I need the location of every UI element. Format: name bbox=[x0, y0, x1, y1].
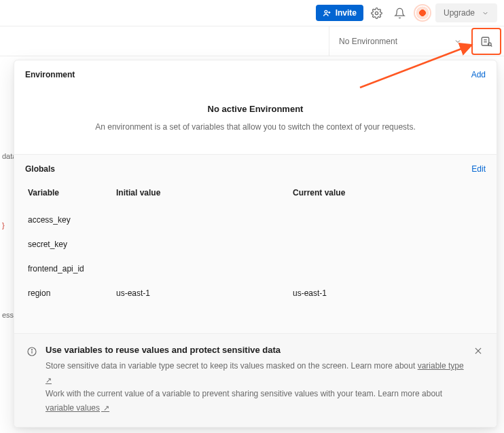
svg-line-6 bbox=[491, 45, 492, 47]
environment-quicklook-panel: Environment Add No active Environment An… bbox=[14, 60, 497, 428]
environment-current-label: No Environment bbox=[339, 37, 397, 46]
person-plus-icon bbox=[323, 9, 331, 18]
info-title: Use variables to reuse values and protec… bbox=[46, 345, 465, 355]
table-row: secret_key bbox=[25, 232, 486, 257]
invite-button[interactable]: Invite bbox=[316, 5, 363, 21]
info-icon bbox=[26, 346, 37, 359]
bell-icon[interactable] bbox=[391, 3, 410, 22]
upgrade-label: Upgrade bbox=[444, 8, 475, 18]
svg-point-5 bbox=[488, 42, 492, 45]
chevron-down-icon bbox=[454, 37, 462, 45]
variable-name: secret_key bbox=[25, 233, 113, 255]
info-banner: Use variables to reuse values and protec… bbox=[14, 333, 497, 427]
upgrade-button[interactable]: Upgrade bbox=[435, 3, 497, 22]
top-toolbar: Invite Upgrade bbox=[0, 0, 504, 26]
environment-heading: Environment bbox=[25, 70, 75, 79]
globals-section-header: Globals Edit bbox=[14, 155, 497, 181]
initial-value bbox=[113, 238, 290, 250]
globals-section: Globals Edit Variable Initial value Curr… bbox=[14, 155, 497, 427]
environment-quicklook-button[interactable] bbox=[471, 28, 501, 55]
environment-add-link[interactable]: Add bbox=[471, 70, 486, 79]
col-variable: Variable bbox=[25, 182, 113, 204]
col-current: Current value bbox=[290, 182, 486, 204]
current-value bbox=[290, 263, 486, 275]
chevron-down-icon bbox=[482, 10, 489, 17]
svg-point-0 bbox=[325, 10, 327, 13]
gear-icon[interactable] bbox=[367, 3, 386, 22]
avatar[interactable] bbox=[414, 4, 431, 22]
current-value bbox=[290, 238, 486, 250]
globals-table: Variable Initial value Current value acc… bbox=[14, 181, 497, 305]
environment-section-header: Environment Add bbox=[14, 60, 497, 86]
info-line-2: Work with the current value of a variabl… bbox=[46, 387, 465, 415]
table-row: region us-east-1 us-east-1 bbox=[25, 281, 486, 305]
variable-name: region bbox=[25, 282, 113, 304]
table-row: access_key bbox=[25, 208, 486, 232]
close-icon[interactable] bbox=[473, 346, 484, 358]
no-active-environment-description: An environment is a set of variables tha… bbox=[41, 121, 469, 134]
current-value bbox=[290, 214, 486, 226]
svg-point-10 bbox=[31, 350, 32, 350]
environment-quicklook-icon bbox=[480, 35, 492, 48]
no-active-environment-title: No active Environment bbox=[41, 104, 469, 114]
globals-table-header-row: Variable Initial value Current value bbox=[25, 181, 486, 208]
environment-dropdown[interactable]: No Environment bbox=[329, 26, 471, 56]
external-link-icon: ↗ bbox=[46, 376, 52, 384]
no-active-environment-block: No active Environment An environment is … bbox=[14, 86, 497, 155]
svg-point-1 bbox=[376, 12, 378, 14]
globals-heading: Globals bbox=[25, 164, 55, 174]
info-line-1: Store sensitive data in variable type se… bbox=[46, 359, 465, 387]
background-text-fragment: } bbox=[0, 217, 7, 233]
variable-name: access_key bbox=[25, 209, 113, 231]
invite-label: Invite bbox=[336, 8, 357, 18]
variable-name: frontend_api_id bbox=[25, 258, 113, 280]
current-value: us-east-1 bbox=[290, 282, 486, 304]
initial-value bbox=[113, 263, 290, 275]
initial-value: us-east-1 bbox=[113, 282, 290, 304]
initial-value bbox=[113, 214, 290, 226]
col-initial: Initial value bbox=[113, 182, 290, 204]
environment-selector-row: No Environment bbox=[0, 26, 504, 56]
globals-edit-link[interactable]: Edit bbox=[471, 164, 486, 174]
external-link-icon: ↗ bbox=[101, 404, 109, 412]
variable-values-link[interactable]: variable values ↗ bbox=[46, 403, 109, 413]
table-row: frontend_api_id bbox=[25, 257, 486, 281]
